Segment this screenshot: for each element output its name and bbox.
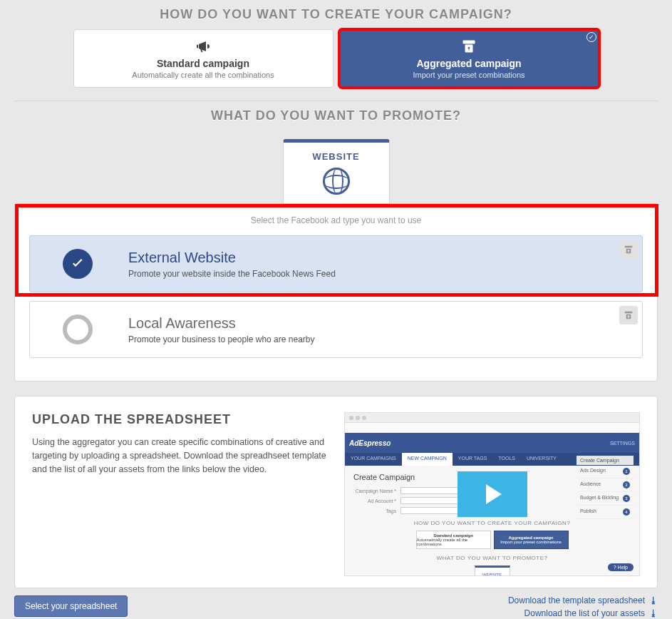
thumb-field-label: Ad Account *	[353, 498, 396, 503]
select-spreadsheet-button[interactable]: Select your spreadsheet	[14, 595, 128, 617]
ad-type-panel: Select the Facebook ad type you want to …	[14, 203, 658, 382]
ad-option-subtitle: Promote your business to people who are …	[128, 334, 315, 344]
upload-badge-icon	[619, 306, 638, 324]
brand-logo: AdEspresso	[349, 439, 391, 447]
thumb-sidebar-item: Publish4	[577, 506, 634, 519]
thumb-nav-item: TOOLS	[492, 453, 521, 466]
tab-website-label: WEBSITE	[312, 151, 359, 162]
check-circle-icon	[63, 249, 93, 279]
thumb-sidebar-header: Create Campaign	[577, 456, 634, 465]
ad-type-hint: Select the Facebook ad type you want to …	[15, 204, 657, 235]
thumb-sidebar-item: Audience2	[577, 479, 634, 492]
campaign-type-row: Standard campaign Automatically create a…	[0, 29, 672, 101]
standard-campaign-card[interactable]: Standard campaign Automatically create a…	[73, 29, 334, 88]
ad-option-local-awareness[interactable]: Local Awareness Promote your business to…	[29, 301, 643, 358]
upload-heading: UPLOAD THE SPREADSHEET	[32, 412, 327, 427]
thumb-top-nav: AdEspresso SETTINGS	[345, 433, 639, 453]
thumb-help-button: ? Help	[608, 563, 634, 571]
promote-heading: WHAT DO YOU WANT TO PROMOTE?	[0, 101, 672, 131]
upload-body: Using the aggregator you can create spec…	[32, 436, 327, 476]
video-thumbnail[interactable]: AdEspresso SETTINGS YOUR CAMPAIGNS NEW C…	[344, 412, 640, 576]
thumb-nav-item: NEW CAMPAIGN	[402, 453, 453, 466]
thumb-website-tab: WEBSITE🌐	[475, 566, 510, 576]
upload-panel: UPLOAD THE SPREADSHEET Using the aggrega…	[14, 396, 658, 588]
thumb-nav-item: YOUR CAMPAIGNS	[345, 453, 402, 466]
create-campaign-heading: HOW DO YOU WANT TO CREATE YOUR CAMPAIGN?	[0, 0, 672, 29]
thumb-card-aggregated: Aggregated campaignImport your preset co…	[494, 531, 569, 549]
globe-icon	[323, 168, 350, 195]
thumb-settings-label: SETTINGS	[610, 441, 635, 446]
standard-campaign-subtitle: Automatically create all the combination…	[132, 71, 274, 79]
thumb-sidebar: Create Campaign Ads Design1 Audience2 Bu…	[577, 456, 634, 519]
aggregated-campaign-card[interactable]: ✓ Aggregated campaign Import your preset…	[339, 29, 599, 88]
download-icon: ⭳	[649, 608, 658, 618]
tab-website[interactable]: WEBSITE	[283, 139, 390, 203]
standard-campaign-title: Standard campaign	[157, 58, 249, 69]
thumb-nav-item: YOUR TAGS	[453, 453, 493, 466]
aggregated-campaign-title: Aggregated campaign	[416, 58, 521, 69]
browser-traffic-lights-icon	[345, 413, 639, 423]
ad-option-title: Local Awareness	[128, 315, 315, 332]
thumb-sidebar-item: Budget & Bidding3	[577, 492, 634, 506]
upload-badge-icon	[619, 240, 638, 259]
download-template-link[interactable]: Download the template spreadsheet ⭳	[508, 595, 658, 605]
browser-url-bar	[345, 423, 639, 433]
thumb-field-label: Tags	[353, 508, 396, 513]
thumb-card-standard: Standard campaignAutomatically create al…	[416, 531, 491, 549]
download-assets-link[interactable]: Download the list of your assets ⭳	[524, 608, 658, 618]
ad-option-subtitle: Promote your website inside the Facebook…	[128, 269, 336, 279]
megaphone-icon	[195, 38, 212, 55]
thumb-section-heading: WHAT DO YOU WANT TO PROMOTE?	[353, 555, 631, 561]
thumb-sidebar-item: Ads Design1	[577, 465, 634, 479]
radio-empty-icon	[63, 314, 93, 344]
thumb-field-label: Campaign Name *	[353, 488, 396, 493]
download-icon: ⭳	[649, 595, 658, 605]
upload-footer-row: Select your spreadsheet Supported format…	[14, 595, 658, 619]
ad-option-external-website[interactable]: External Website Promote your website in…	[29, 235, 643, 292]
thumb-section-heading: HOW DO YOU WANT TO CREATE YOUR CAMPAIGN?	[353, 520, 631, 526]
promote-tab-row: WEBSITE	[0, 139, 672, 203]
play-icon[interactable]	[458, 471, 527, 517]
aggregated-campaign-subtitle: Import your preset combinations	[413, 71, 524, 79]
selected-check-icon: ✓	[586, 32, 596, 42]
ad-option-title: External Website	[128, 250, 336, 266]
thumb-nav-item: UNIVERSITY	[521, 453, 562, 466]
upload-box-icon	[460, 38, 477, 55]
